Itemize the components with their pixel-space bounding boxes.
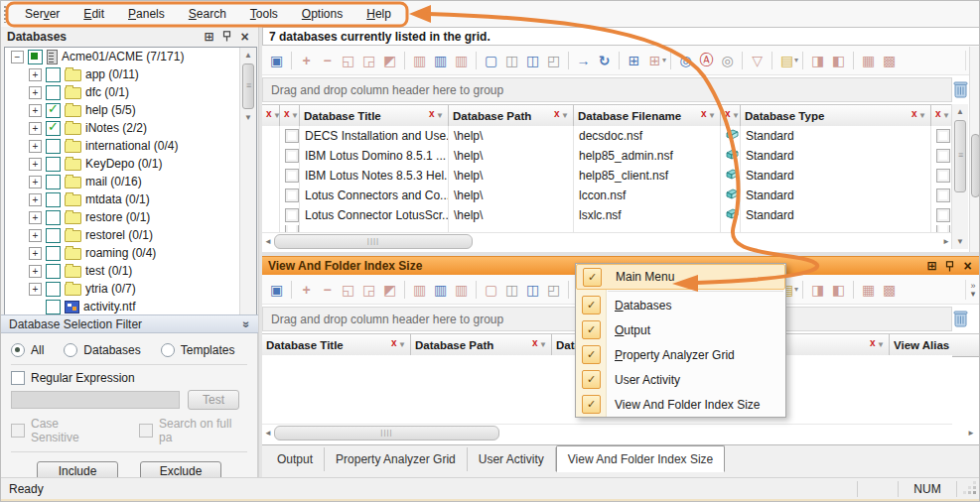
checked-checkbox-icon[interactable] [582,345,601,364]
filter-icon[interactable] [284,110,299,122]
tree-checkbox[interactable] [46,157,61,172]
pin-icon[interactable] [219,30,234,44]
row-checkbox[interactable] [936,208,950,222]
tree-item-server[interactable]: Acme01/ACME (7/171) [5,48,256,65]
expand-icon[interactable] [29,158,42,171]
scroll-up-icon[interactable]: ▲ [952,104,968,119]
column-header-database-filename[interactable]: Database Filename [574,105,721,127]
menu-search[interactable]: Search [177,3,238,25]
checkbox-column-header[interactable] [931,105,953,127]
table-row[interactable]: Lotus Connector LotusScr... \help\ lsxlc… [262,205,953,226]
demote-icon[interactable] [358,51,379,70]
tree-checkbox[interactable] [46,139,61,154]
demote-icon[interactable] [358,280,379,300]
expand-icon[interactable] [29,176,42,188]
scrollbar-thumb[interactable] [242,63,254,109]
expand-icon[interactable] [29,104,42,117]
row-checkbox[interactable] [936,149,950,163]
collapse-cards-icon[interactable] [828,51,849,70]
copy-append-icon[interactable] [522,51,543,70]
scrollbar-thumb[interactable] [971,134,980,197]
filter-icon[interactable] [911,110,926,122]
export-grid-icon[interactable] [879,280,900,300]
pin-icon[interactable] [942,259,957,273]
menu-help[interactable]: Help [354,3,403,25]
row-checkbox[interactable] [285,188,299,202]
group-by-bar[interactable]: Drag and drop column header here to grou… [262,77,952,102]
tab-property-analyzer-grid[interactable]: Property Analyzer Grid [325,447,468,471]
tree-scrollbar[interactable]: ▲ ▼ [239,48,256,314]
row-checkbox[interactable] [936,169,950,183]
scrollbar-thumb[interactable] [954,120,966,192]
open-database-icon[interactable] [266,280,287,300]
promote-icon[interactable] [338,280,358,300]
dropdown-caret-icon[interactable]: ▾ [662,56,666,64]
grid-horizontal-scrollbar[interactable]: ◄ ► [262,234,952,249]
add-icon[interactable] [296,51,317,70]
collapse-chevron-icon[interactable] [240,320,254,327]
outer-scrollbar[interactable] [969,47,980,252]
promote-icon[interactable] [338,51,358,70]
column-header-view-alias[interactable]: View Alias [890,334,980,356]
filter-icon[interactable] [266,110,281,122]
expand-icon[interactable] [29,283,42,296]
band-column-icon[interactable] [451,280,472,300]
tree-item-folder[interactable]: mtdata (0/1) [5,190,256,208]
scrollbar-thumb[interactable] [274,234,473,249]
tree-checkbox[interactable] [46,210,61,225]
column-header-database-title[interactable]: Database Title [300,105,449,127]
scroll-right-icon[interactable]: ► [965,429,977,438]
case-sensitive-checkbox[interactable] [11,424,25,438]
filter-icon[interactable] [554,110,569,122]
menu-item-output[interactable]: Output [576,317,785,342]
tree-checkbox[interactable] [46,103,61,118]
tree-checkbox[interactable] [46,192,61,207]
expand-icon[interactable] [29,229,42,242]
scroll-down-icon[interactable]: ▼ [952,234,968,249]
trash-icon[interactable] [953,310,968,330]
scroll-down-icon[interactable]: ▼ [240,110,256,125]
test-button[interactable]: Test [188,390,239,410]
filter-icon[interactable] [391,339,406,351]
checklist-icon[interactable] [858,280,879,300]
tree-checkbox[interactable] [46,85,61,100]
freeze-column-icon[interactable] [409,280,430,300]
checklist-icon[interactable] [858,51,879,70]
export-icon[interactable] [573,51,594,70]
filter-funnel-icon[interactable] [747,51,768,70]
filter-icon[interactable] [532,339,547,351]
remove-icon[interactable] [317,51,338,70]
expand-icon[interactable] [29,211,42,224]
table-row[interactable]: DECS Installation and Use... \help\ decs… [262,126,953,147]
grid-layout-icon[interactable] [624,51,644,70]
menu-item-property-analyzer-grid[interactable]: Property Analyzer Grid [576,342,785,367]
maximize-panel-icon[interactable] [202,30,216,44]
table-row[interactable]: IBM Lotus Notes 8.5.3 Hel... \help\ help… [262,166,953,187]
open-database-icon[interactable] [266,51,287,70]
checked-checkbox-icon[interactable] [583,268,602,287]
column-header-database-title[interactable]: Database Title [262,334,411,356]
expand-icon[interactable] [29,247,42,260]
close-icon[interactable] [960,259,975,273]
expand-icon[interactable] [29,193,42,206]
expand-cards-icon[interactable] [807,51,828,70]
expand-icon[interactable] [29,140,42,153]
grid-horizontal-scrollbar[interactable]: ◄ ► [262,426,977,440]
copy-icon[interactable] [501,280,522,300]
tree-item-folder[interactable]: app (0/11) [5,65,256,83]
radio-databases[interactable] [64,343,77,357]
checked-checkbox-icon[interactable] [582,370,601,389]
scroll-left-icon[interactable]: ◄ [262,429,274,438]
tree-item-folder[interactable]: restorel (0/1) [5,226,256,244]
filter-icon[interactable] [429,110,444,122]
tree-item-folder[interactable]: international (0/4) [5,137,256,155]
highlight-column-icon[interactable] [430,280,451,300]
tree-item-folder[interactable]: roaming (0/4) [5,244,256,262]
scrollbar-thumb[interactable] [274,426,499,440]
filter-icon[interactable] [725,110,740,122]
tab-view-and-folder-index-size[interactable]: View And Folder Index Size [556,445,726,472]
regex-input[interactable] [11,391,180,409]
export-grid-icon[interactable] [879,51,900,70]
collapse-icon[interactable] [11,51,24,63]
tree-item-folder[interactable]: dfc (0/1) [5,83,256,101]
